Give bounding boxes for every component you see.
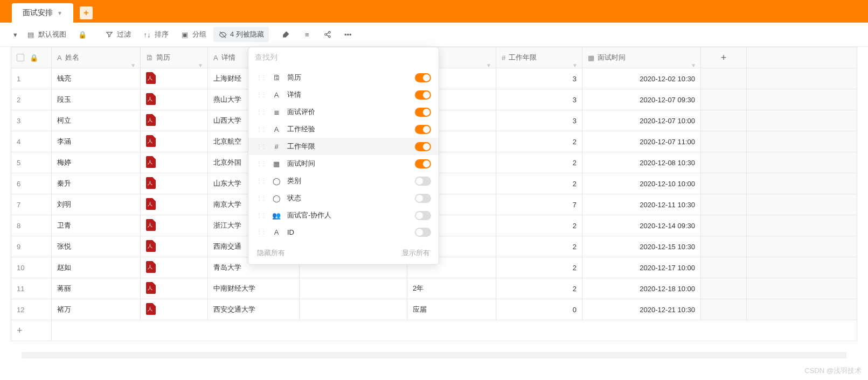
cell-name[interactable]: 蒋丽 — [52, 278, 141, 299]
cell-years[interactable]: 2 — [496, 173, 582, 194]
drag-handle-icon[interactable]: ⋮⋮ — [256, 160, 266, 167]
visibility-toggle[interactable] — [415, 73, 431, 82]
default-view-button[interactable]: ▤ 默认视图 — [22, 27, 71, 42]
header-years[interactable]: #工作年限▼ — [496, 47, 582, 68]
column-toggle-item[interactable]: ⋮⋮◯类别 — [248, 172, 439, 189]
chevron-down-icon[interactable]: ▾ — [11, 30, 19, 39]
cell-name[interactable]: 褚万 — [52, 299, 141, 320]
visibility-toggle[interactable] — [415, 228, 431, 237]
cell-resume[interactable] — [141, 215, 208, 236]
drag-handle-icon[interactable]: ⋮⋮ — [256, 109, 266, 116]
cell-resume[interactable] — [141, 299, 208, 320]
cell-years[interactable]: 2 — [496, 278, 582, 299]
group-button[interactable]: ▣ 分组 — [176, 27, 211, 42]
cell-detail[interactable]: 中南财经大学 — [208, 278, 300, 299]
hidden-columns-button[interactable]: 4 列被隐藏 — [213, 27, 269, 42]
column-toggle-item[interactable]: ⋮⋮#工作年限 — [248, 138, 439, 155]
visibility-toggle[interactable] — [415, 108, 431, 117]
header-name[interactable]: A姓名▼ — [52, 47, 141, 68]
cell-name[interactable]: 李涵 — [52, 131, 141, 152]
cell-resume[interactable] — [141, 152, 208, 173]
column-toggle-item[interactable]: ⋮⋮A详情 — [248, 86, 439, 103]
cell-time[interactable]: 2020-12-21 10:30 — [582, 299, 701, 320]
cell-time[interactable]: 2020-12-14 09:30 — [582, 215, 701, 236]
drag-handle-icon[interactable]: ⋮⋮ — [256, 92, 266, 98]
column-toggle-item[interactable]: ⋮⋮👥面试官-协作人 — [248, 207, 439, 224]
drag-handle-icon[interactable]: ⋮⋮ — [256, 126, 266, 133]
lock-button[interactable]: 🔒 — [73, 27, 92, 41]
cell-name[interactable]: 段玉 — [52, 89, 141, 110]
search-column-input[interactable] — [255, 53, 432, 61]
add-tab-button[interactable]: + — [80, 6, 93, 19]
table-row[interactable]: 11蒋丽中南财经大学2年22020-12-18 10:00 — [11, 278, 857, 299]
cell-resume[interactable] — [141, 89, 208, 110]
visibility-toggle[interactable] — [415, 125, 431, 134]
header-index[interactable]: 🔒 — [11, 47, 52, 68]
cell-time[interactable]: 2020-12-02 10:30 — [582, 68, 701, 89]
show-all-button[interactable]: 显示所有 — [402, 248, 430, 258]
drag-handle-icon[interactable]: ⋮⋮ — [256, 178, 266, 185]
cell-time[interactable]: 2020-12-07 09:30 — [582, 89, 701, 110]
cell-experience[interactable]: 应届 — [407, 299, 496, 320]
cell-time[interactable]: 2020-12-15 10:30 — [582, 236, 701, 257]
cell-time[interactable]: 2020-12-17 10:00 — [582, 257, 701, 278]
cell-resume[interactable] — [141, 131, 208, 152]
column-toggle-item[interactable]: ⋮⋮≣面试评价 — [248, 103, 439, 121]
table-row[interactable]: 12褚万西安交通大学应届02020-12-21 10:30 — [11, 299, 857, 320]
visibility-toggle[interactable] — [415, 159, 431, 168]
add-column-button[interactable]: + — [701, 47, 747, 68]
column-toggle-item[interactable]: ⋮⋮A工作经验 — [248, 121, 439, 138]
row-height-button[interactable]: ≡ — [298, 27, 316, 41]
cell-years[interactable]: 3 — [496, 110, 582, 131]
drag-handle-icon[interactable]: ⋮⋮ — [256, 229, 266, 236]
cell-years[interactable]: 2 — [496, 152, 582, 173]
cell-name[interactable]: 钱亮 — [52, 68, 141, 89]
tab-interview-schedule[interactable]: 面试安排 ▼ — [12, 3, 73, 23]
cell-time[interactable]: 2020-12-18 10:00 — [582, 278, 701, 299]
cell-resume[interactable] — [141, 236, 208, 257]
cell-years[interactable]: 2 — [496, 257, 582, 278]
cell-name[interactable]: 刘明 — [52, 194, 141, 215]
drag-handle-icon[interactable]: ⋮⋮ — [256, 212, 266, 219]
cell-name[interactable]: 柯立 — [52, 110, 141, 131]
more-button[interactable]: ••• — [339, 27, 357, 41]
drag-handle-icon[interactable]: ⋮⋮ — [256, 143, 266, 150]
cell-years[interactable]: 3 — [496, 89, 582, 110]
cell-name[interactable]: 卫青 — [52, 215, 141, 236]
hide-all-button[interactable]: 隐藏所有 — [257, 248, 285, 258]
cell-years[interactable]: 3 — [496, 68, 582, 89]
cell-name[interactable]: 赵如 — [52, 257, 141, 278]
cell-time[interactable]: 2020-12-10 10:00 — [582, 173, 701, 194]
cell-resume[interactable] — [141, 173, 208, 194]
cell-time[interactable]: 2020-12-08 10:30 — [582, 152, 701, 173]
header-resume[interactable]: 🖺简历▼ — [141, 47, 208, 68]
add-row-button[interactable]: + — [11, 320, 857, 341]
drag-handle-icon[interactable]: ⋮⋮ — [256, 195, 266, 202]
cell-years[interactable]: 2 — [496, 131, 582, 152]
cell-time[interactable]: 2020-12-07 10:00 — [582, 110, 701, 131]
visibility-toggle[interactable] — [415, 211, 431, 220]
paint-button[interactable] — [277, 27, 296, 41]
header-time[interactable]: ▦面试时间▼ — [582, 47, 701, 68]
cell-resume[interactable] — [141, 68, 208, 89]
cell-name[interactable]: 梅婷 — [52, 152, 141, 173]
cell-resume[interactable] — [141, 110, 208, 131]
visibility-toggle[interactable] — [415, 90, 431, 100]
cell-resume[interactable] — [141, 278, 208, 299]
cell-time[interactable]: 2020-12-07 11:00 — [582, 131, 701, 152]
select-all-checkbox[interactable] — [17, 54, 24, 61]
sort-button[interactable]: ↑↓ 排序 — [138, 27, 173, 42]
cell-time[interactable]: 2020-12-11 10:30 — [582, 194, 701, 215]
cell-years[interactable]: 2 — [496, 215, 582, 236]
filter-button[interactable]: 过滤 — [100, 27, 136, 42]
visibility-toggle[interactable] — [415, 194, 431, 203]
cell-years[interactable]: 7 — [496, 194, 582, 215]
drag-handle-icon[interactable]: ⋮⋮ — [256, 74, 266, 81]
column-toggle-item[interactable]: ⋮⋮◯状态 — [248, 189, 439, 207]
cell-experience[interactable]: 2年 — [407, 278, 496, 299]
cell-years[interactable]: 0 — [496, 299, 582, 320]
cell-detail[interactable]: 西安交通大学 — [208, 299, 300, 320]
horizontal-scrollbar[interactable] — [22, 352, 846, 358]
cell-name[interactable]: 秦升 — [52, 173, 141, 194]
visibility-toggle[interactable] — [415, 142, 431, 151]
